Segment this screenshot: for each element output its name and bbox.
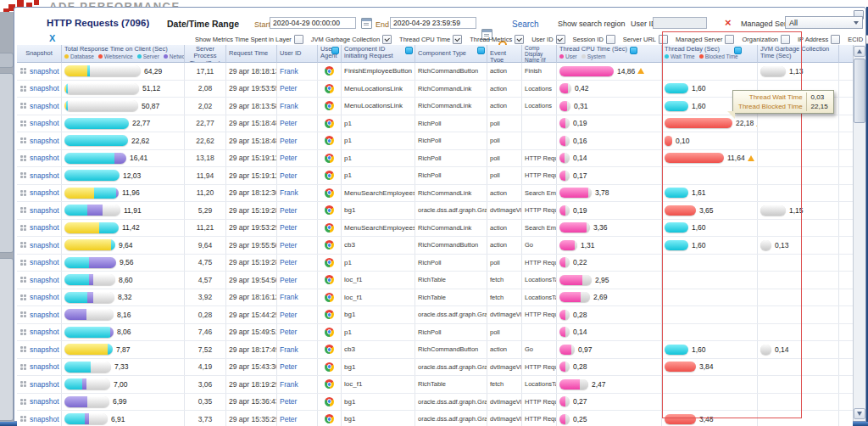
user-id-link[interactable]: Peter: [280, 258, 297, 266]
component-id-cell: bg1: [342, 306, 415, 323]
snapshot-link[interactable]: snapshot: [19, 188, 59, 197]
user-id-input[interactable]: [653, 17, 707, 29]
col-header-snapshot[interactable]: Snapshot: [17, 45, 62, 63]
info-icon[interactable]: [405, 47, 413, 54]
filter-checkbox[interactable]: [725, 35, 734, 44]
snapshot-link[interactable]: snapshot: [19, 415, 59, 423]
user-id-link[interactable]: Frank: [280, 102, 298, 110]
col-header-jvm-gc[interactable]: JVM Garbage Collection Time (Sec): [758, 45, 839, 63]
start-date-input[interactable]: [270, 17, 356, 29]
col-header-total-response[interactable]: Total Response Time on Client (Sec) Data…: [62, 45, 185, 63]
user-id-link[interactable]: Peter: [280, 223, 297, 232]
info-icon[interactable]: [477, 47, 485, 54]
filter-checkbox[interactable]: [294, 35, 303, 44]
filter-checkbox[interactable]: [831, 35, 840, 44]
snapshot-link[interactable]: snapshot: [19, 241, 59, 249]
snapshot-link[interactable]: snapshot: [19, 397, 59, 406]
user-id-link[interactable]: Peter: [280, 206, 297, 215]
user-id-link[interactable]: Peter: [280, 415, 297, 423]
snapshot-link[interactable]: snapshot: [19, 311, 59, 319]
clear-icon[interactable]: ×: [725, 18, 732, 28]
legend-item: Webservice: [98, 53, 133, 59]
bar-value: 7,00: [114, 380, 128, 389]
col-header-thread-delay[interactable]: Thread Delay (Sec) Wait TimeBlocked Time: [662, 45, 758, 63]
filter-checkbox[interactable]: [606, 35, 615, 44]
user-id-link[interactable]: Peter: [280, 171, 297, 180]
thread-cpu-bar: [559, 205, 570, 216]
end-date-input[interactable]: [390, 17, 476, 29]
user-id-link[interactable]: Frank: [280, 67, 298, 76]
col-header-thread-cpu[interactable]: Thread CPU Time (Sec) UserSystem: [557, 45, 662, 63]
bar-value: 8,60: [119, 276, 133, 284]
start-calendar-icon[interactable]: [361, 18, 372, 29]
user-id-link[interactable]: Peter: [280, 328, 297, 336]
snapshot-link[interactable]: snapshot: [19, 154, 59, 162]
total-response-bar: [64, 188, 119, 199]
filter-checkbox[interactable]: [382, 35, 392, 44]
total-response-bar: [64, 257, 116, 268]
spacer-cell: [839, 115, 853, 132]
snapshot-link[interactable]: snapshot: [19, 84, 59, 92]
filter-checkbox[interactable]: [659, 35, 668, 44]
col-header-server-process[interactable]: Server Process Time (Sec): [185, 45, 226, 63]
scrollbar-up-button[interactable]: [854, 46, 865, 57]
snapshot-link[interactable]: snapshot: [19, 293, 59, 301]
filter-checkbox[interactable]: [781, 35, 790, 44]
snapshot-link[interactable]: snapshot: [19, 258, 59, 266]
filter-checkbox[interactable]: [453, 35, 462, 44]
user-id-link[interactable]: Peter: [280, 154, 297, 162]
component-type-cell: RichPoll: [415, 255, 487, 272]
thread-delay-bar: [665, 136, 672, 146]
comp-display-cell: [522, 132, 557, 149]
user-id-link[interactable]: Frank: [280, 188, 298, 197]
snapshot-link[interactable]: snapshot: [19, 276, 59, 284]
snapshot-link[interactable]: snapshot: [19, 362, 59, 371]
user-id-link[interactable]: Peter: [280, 276, 297, 284]
snapshot-link[interactable]: snapshot: [19, 328, 59, 336]
user-id-link[interactable]: Frank: [280, 380, 298, 389]
filter-checkbox[interactable]: [556, 35, 565, 44]
user-id-link[interactable]: Peter: [280, 137, 297, 145]
user-id-link[interactable]: Peter: [280, 397, 297, 406]
comp-display-cell: HTTP Reque...: [522, 167, 557, 184]
col-header-comp-display[interactable]: Comp Display Name (if present): [522, 45, 557, 63]
user-id-link[interactable]: Peter: [280, 119, 297, 127]
snapshot-link[interactable]: snapshot: [19, 223, 59, 232]
user-agent-cell: [318, 376, 342, 393]
filter-checkbox[interactable]: [515, 35, 524, 44]
col-header-event-type[interactable]: Event Type: [487, 45, 522, 63]
snapshot-link[interactable]: snapshot: [19, 102, 59, 110]
col-header-component-type[interactable]: Component Type: [415, 45, 487, 63]
user-id-link[interactable]: Frank: [280, 345, 298, 354]
total-response-bar: [64, 362, 111, 373]
snapshot-link[interactable]: snapshot: [19, 137, 59, 145]
col-header-request-time[interactable]: Request Time: [226, 45, 277, 63]
snapshot-link[interactable]: snapshot: [19, 67, 59, 76]
user-id-link[interactable]: Frank: [280, 293, 298, 301]
export-excel-icon[interactable]: X: [49, 33, 55, 43]
snapshot-link[interactable]: snapshot: [19, 206, 59, 215]
user-id-link[interactable]: Peter: [280, 84, 297, 92]
snapshot-link[interactable]: snapshot: [19, 345, 59, 354]
scrollbar-thumb[interactable]: [854, 59, 865, 123]
col-header-user-agent[interactable]: User Agent: [318, 45, 342, 63]
snapshot-icon: [19, 85, 27, 92]
info-icon[interactable]: [734, 47, 742, 54]
user-id-link[interactable]: Peter: [280, 241, 297, 249]
col-header-component-id[interactable]: Component ID initiating Request: [342, 45, 415, 63]
user-id-link[interactable]: Peter: [280, 362, 297, 371]
table-row: snapshot8,160,2829 apr 15:44:25Peterbg1o…: [17, 306, 853, 324]
snapshot-link[interactable]: snapshot: [19, 171, 59, 180]
snapshot-link[interactable]: snapshot: [19, 380, 59, 389]
managed-server-select[interactable]: All: [785, 16, 863, 29]
legend-item: User: [559, 53, 577, 59]
request-time-cell: 29 apr 19:53:55: [226, 81, 277, 98]
info-icon[interactable]: [630, 47, 637, 54]
snapshot-cell: snapshot: [17, 63, 62, 80]
snapshot-link[interactable]: snapshot: [19, 119, 59, 127]
search-link[interactable]: Search: [512, 20, 539, 29]
user-id-link[interactable]: Peter: [280, 311, 297, 319]
col-header-user-id[interactable]: User ID: [277, 45, 318, 63]
info-icon[interactable]: [331, 47, 339, 54]
scrollbar-down-button[interactable]: [854, 408, 865, 419]
